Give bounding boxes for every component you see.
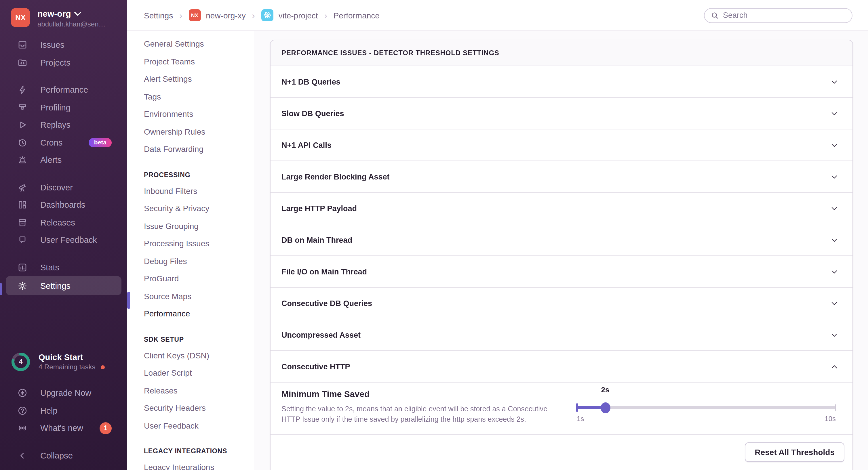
org-avatar-small: NX — [188, 9, 200, 21]
nav-item-tags[interactable]: Tags — [144, 88, 253, 105]
sidebar-item-help[interactable]: Help — [0, 402, 127, 419]
quick-start-progress-ring: 4 — [11, 352, 31, 372]
sidebar-item-label: Releases — [40, 218, 75, 227]
slider-thumb[interactable] — [600, 402, 610, 413]
accordion-row-large-render-blocking-asset[interactable]: Large Render Blocking Asset — [271, 161, 852, 193]
slider-track[interactable] — [577, 406, 836, 409]
breadcrumb-separator-icon: › — [179, 10, 182, 20]
slider-min-label: 1s — [577, 415, 584, 423]
nav-item-processing-issues[interactable]: Processing Issues — [144, 235, 253, 252]
org-switcher[interactable]: NX new-org abdullah.khan@sen… — [0, 8, 127, 28]
nav-item-security-privacy[interactable]: Security & Privacy — [144, 200, 253, 217]
sidebar-item-label: Performance — [40, 86, 88, 95]
sidebar-item-user-feedback[interactable]: User Feedback — [0, 231, 127, 249]
active-sidebar-indicator — [0, 283, 2, 295]
accordion-row-large-http-payload[interactable]: Large HTTP Payload — [271, 193, 852, 224]
lightning-icon — [17, 85, 28, 95]
sidebar-item-projects[interactable]: Projects — [0, 54, 127, 71]
breadcrumb-project[interactable]: vite-project — [261, 9, 318, 21]
nav-item-client-keys[interactable]: Client Keys (DSN) — [144, 346, 253, 364]
breadcrumb: Settings › NX new-org-xy › vite-project … — [144, 9, 380, 21]
upgrade-icon — [17, 388, 28, 398]
sidebar-item-label: Alerts — [40, 156, 62, 165]
sidebar-item-stats[interactable]: Stats — [0, 259, 127, 276]
nav-item-environments[interactable]: Environments — [144, 105, 253, 123]
nav-item-general-settings[interactable]: General Settings — [144, 35, 253, 53]
feedback-bubble-icon — [17, 235, 28, 245]
accordion-row-n1-api-calls[interactable]: N+1 API Calls — [271, 129, 852, 161]
nav-item-security-headers[interactable]: Security Headers — [144, 399, 253, 417]
sidebar-item-label: What's new — [40, 424, 83, 433]
sidebar-item-issues[interactable]: Issues — [0, 36, 127, 54]
slider-value-label: 2s — [601, 385, 610, 394]
dashboards-icon — [17, 200, 28, 210]
org-avatar[interactable]: NX — [11, 8, 30, 27]
sidebar-item-label: Stats — [40, 263, 59, 272]
nav-item-data-forwarding[interactable]: Data Forwarding — [144, 140, 253, 158]
breadcrumb-separator-icon: › — [252, 10, 255, 20]
archive-icon — [17, 217, 28, 228]
sidebar-item-whats-new[interactable]: What's new 1 — [0, 419, 127, 437]
org-name[interactable]: new-org — [37, 9, 71, 19]
sidebar-item-upgrade-now[interactable]: Upgrade Now — [0, 384, 127, 402]
sidebar-item-replays[interactable]: Replays — [0, 116, 127, 134]
reset-all-thresholds-button[interactable]: Reset All Thresholds — [745, 442, 845, 462]
accordion-row-slow-db-queries[interactable]: Slow DB Queries — [271, 98, 852, 129]
accordion-row-uncompressed-asset[interactable]: Uncompressed Asset — [271, 319, 852, 351]
sidebar-item-label: Discover — [40, 183, 73, 192]
nav-item-issue-grouping[interactable]: Issue Grouping — [144, 217, 253, 235]
search-box[interactable] — [704, 8, 852, 23]
nav-item-releases[interactable]: Releases — [144, 382, 253, 399]
notification-dot — [100, 365, 104, 369]
slider-start-tick — [576, 403, 578, 412]
chevron-down-icon — [830, 172, 839, 181]
sidebar-item-crons[interactable]: Crons beta — [0, 134, 127, 151]
breadcrumb-separator-icon: › — [324, 10, 327, 20]
sidebar-item-dashboards[interactable]: Dashboards — [0, 196, 127, 214]
sidebar-item-discover[interactable]: Discover — [0, 179, 127, 196]
nav-item-inbound-filters[interactable]: Inbound Filters — [144, 182, 253, 200]
quick-start[interactable]: 4 Quick Start 4 Remaining tasks — [0, 352, 127, 372]
sidebar-item-label: Settings — [40, 281, 70, 290]
nav-item-user-feedback[interactable]: User Feedback — [144, 417, 253, 434]
nav-item-performance[interactable]: Performance — [144, 305, 253, 323]
accordion-row-consecutive-db-queries[interactable]: Consecutive DB Queries — [271, 288, 852, 319]
nav-item-project-teams[interactable]: Project Teams — [144, 53, 253, 70]
nav-item-alert-settings[interactable]: Alert Settings — [144, 70, 253, 88]
nav-item-legacy-integrations[interactable]: Legacy Integrations — [144, 459, 253, 470]
chevron-down-icon — [830, 236, 839, 244]
sidebar-item-profiling[interactable]: Profiling — [0, 99, 127, 116]
search-icon — [711, 11, 719, 19]
nav-item-proguard[interactable]: ProGuard — [144, 270, 253, 287]
accordion-row-consecutive-http[interactable]: Consecutive HTTP — [271, 351, 852, 382]
nav-header-legacy-integrations: LEGACY INTEGRATIONS — [144, 441, 253, 459]
chevron-down-icon — [830, 299, 839, 307]
slider-max-label: 10s — [825, 415, 836, 423]
breadcrumb-settings[interactable]: Settings — [144, 11, 173, 20]
active-nav-indicator — [127, 292, 130, 309]
nav-item-debug-files[interactable]: Debug Files — [144, 252, 253, 270]
chevron-down-icon — [830, 331, 839, 339]
breadcrumb-org[interactable]: NX new-org-xy — [188, 9, 246, 21]
sidebar-item-collapse[interactable]: Collapse — [0, 447, 127, 464]
accordion-row-file-io-on-main-thread[interactable]: File I/O on Main Thread — [271, 256, 852, 288]
nav-item-ownership-rules[interactable]: Ownership Rules — [144, 123, 253, 140]
sidebar-item-settings[interactable]: Settings — [6, 276, 121, 295]
consecutive-http-detail: Minimum Time Saved Setting the value to … — [271, 382, 852, 435]
breadcrumb-page: Performance — [334, 11, 380, 20]
sidebar-item-alerts[interactable]: Alerts — [0, 151, 127, 169]
sidebar-item-performance[interactable]: Performance — [0, 81, 127, 99]
nav-item-loader-script[interactable]: Loader Script — [144, 364, 253, 382]
search-input[interactable] — [723, 11, 846, 20]
accordion-row-n1-db-queries[interactable]: N+1 DB Queries — [271, 66, 852, 98]
nav-item-source-maps[interactable]: Source Maps — [144, 287, 253, 305]
sidebar-item-releases[interactable]: Releases — [0, 214, 127, 231]
panel-footer: Reset All Thresholds — [271, 435, 852, 470]
sidebar-item-label: Issues — [40, 40, 64, 50]
chevron-left-icon — [17, 450, 28, 461]
breadcrumb-org-label: new-org-xy — [206, 11, 246, 20]
chevron-down-icon — [830, 204, 839, 212]
accordion-row-db-on-main-thread[interactable]: DB on Main Thread — [271, 224, 852, 256]
telescope-icon — [17, 182, 28, 193]
sidebar-item-label: Dashboards — [40, 200, 85, 210]
